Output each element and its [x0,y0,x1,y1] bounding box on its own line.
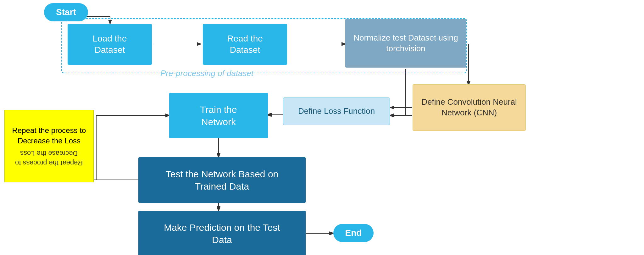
end-node: End [333,224,374,242]
train-network-box: Train theNetwork [169,93,268,138]
cnn-box: Define Convolution NeuralNetwork (CNN) [413,84,526,131]
normalize-box: Normalize test Dataset usingtorchvision [345,19,466,68]
repeat-note: Repeat the process toDecrease the Loss R… [4,110,94,182]
preprocessing-label: Pre-processing of dataset [160,69,253,78]
make-prediction-box: Make Prediction on the TestData [138,211,306,255]
load-dataset-box: Load theDataset [68,24,152,65]
diagram: Pre-processing of dataset Start Load the… [0,0,644,255]
read-dataset-box: Read theDataset [203,24,287,65]
define-loss-box: Define Loss Function [283,97,390,125]
start-node: Start [44,3,88,21]
test-network-box: Test the Network Based onTrained Data [138,157,306,203]
